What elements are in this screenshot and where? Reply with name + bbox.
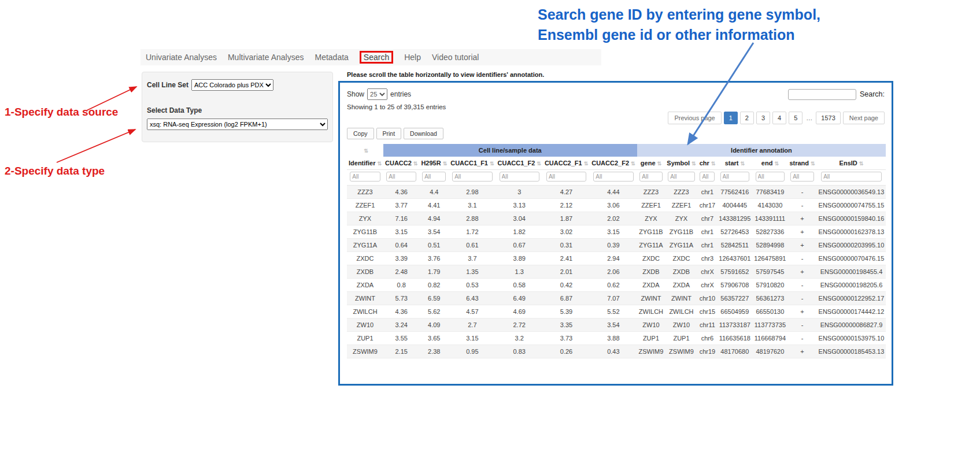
table-cell: ZXDC — [347, 252, 383, 265]
column-header-chr[interactable]: chr⇅ — [698, 157, 718, 170]
cell-line-set-select[interactable]: ACC Colorado plus PDX — [191, 79, 273, 91]
data-type-label: Select Data Type — [147, 106, 328, 114]
column-header-gene[interactable]: gene⇅ — [637, 157, 665, 170]
column-header-cuacc2[interactable]: CUACC2⇅ — [383, 157, 419, 170]
filter-input-symbol[interactable] — [668, 172, 694, 182]
nav-item-univariate-analyses[interactable]: Univariate Analyses — [146, 53, 217, 62]
filter-input-cuacc2-f2[interactable] — [593, 172, 633, 182]
table-search-input[interactable] — [788, 89, 856, 100]
nav-item-video-tutorial[interactable]: Video tutorial — [432, 53, 479, 62]
column-header-h295r[interactable]: H295R⇅ — [419, 157, 449, 170]
table-cell: 0.31 — [543, 239, 590, 252]
group-header-row: ⇅ Cell line/sample data Identifier annot… — [347, 144, 886, 157]
table-cell: 126437601 — [717, 252, 752, 265]
page-button-4[interactable]: 4 — [772, 112, 786, 124]
table-row[interactable]: ZYG11B3.153.541.721.823.023.15ZYG11BZYG1… — [347, 225, 886, 239]
filter-input-cuacc1-f2[interactable] — [500, 172, 539, 182]
table-row[interactable]: ZUP13.553.653.153.23.733.88ZUP1ZUP1chr61… — [347, 332, 886, 345]
table-cell: 4.4 — [419, 186, 449, 199]
filter-input-start[interactable] — [720, 172, 750, 182]
table-cell: - — [787, 186, 816, 199]
table-row[interactable]: ZWILCH4.365.624.574.695.395.52ZWILCHZWIL… — [347, 305, 886, 319]
nav-item-metadata[interactable]: Metadata — [315, 53, 348, 62]
table-cell: 2.06 — [590, 265, 637, 279]
download-button[interactable]: Download — [404, 128, 443, 139]
table-cell: - — [787, 252, 816, 265]
table-cell: 3.7 — [449, 252, 495, 265]
page-button-2[interactable]: 2 — [740, 112, 754, 124]
table-cell: 4.57 — [449, 305, 495, 319]
filter-input-cuacc2-f1[interactable] — [546, 172, 586, 182]
column-label: start — [725, 160, 739, 166]
table-cell: ZWINT — [637, 292, 665, 305]
table-row[interactable]: ZZEF13.774.413.13.132.123.06ZZEF1ZZEF1ch… — [347, 199, 886, 212]
nav-item-search[interactable]: Search — [360, 51, 393, 64]
page-button-1573[interactable]: 1573 — [816, 112, 840, 124]
table-row[interactable]: ZW103.244.092.72.723.353.54ZW10ZW10chr11… — [347, 319, 886, 332]
filter-cell — [419, 170, 449, 186]
table-cell: ENSG00000153975.10 — [817, 332, 886, 345]
column-header-strand[interactable]: strand⇅ — [787, 157, 816, 170]
table-cell: ZZZ3 — [347, 186, 383, 199]
column-header-symbol[interactable]: Symbol⇅ — [665, 157, 697, 170]
column-header-start[interactable]: start⇅ — [717, 157, 752, 170]
copy-button[interactable]: Copy — [347, 128, 374, 139]
column-header-cuacc1-f2[interactable]: CUACC1_F2⇅ — [496, 157, 543, 170]
identifier-group-header[interactable]: ⇅ — [347, 144, 383, 157]
filter-cell — [787, 170, 816, 186]
table-cell: 0.51 — [419, 239, 449, 252]
filter-input-strand[interactable] — [790, 172, 814, 182]
filter-input-identifier[interactable] — [350, 172, 380, 182]
column-header-cuacc2-f2[interactable]: CUACC2_F2⇅ — [590, 157, 637, 170]
previous-page-button[interactable]: Previous page — [668, 112, 721, 124]
table-row[interactable]: ZYG11A0.640.510.610.670.310.39ZYG11AZYG1… — [347, 239, 886, 252]
table-cell: 6.87 — [543, 292, 590, 305]
table-cell: chr19 — [698, 345, 718, 358]
table-cell: 3.73 — [543, 332, 590, 345]
results-table: ⇅ Cell line/sample data Identifier annot… — [347, 144, 886, 358]
filter-input-ensid[interactable] — [821, 172, 882, 182]
table-cell: 52726453 — [717, 225, 752, 239]
table-cell: 5.62 — [419, 305, 449, 319]
page-button-5[interactable]: 5 — [789, 112, 803, 124]
column-header-row: Identifier⇅CUACC2⇅H295R⇅CUACC1_F1⇅CUACC1… — [347, 157, 886, 170]
table-cell: 143391111 — [752, 212, 787, 225]
show-entries-control: Show 25 entries — [347, 88, 411, 100]
nav-item-help[interactable]: Help — [404, 53, 421, 62]
column-label: gene — [641, 160, 656, 166]
column-header-ensid[interactable]: EnsID⇅ — [817, 157, 886, 170]
column-header-identifier[interactable]: Identifier⇅ — [347, 157, 383, 170]
red-arrow-2-icon — [57, 129, 135, 162]
table-row[interactable]: ZYX7.164.942.883.041.872.02ZYXZYXchr7143… — [347, 212, 886, 225]
filter-cell — [383, 170, 419, 186]
page-button-3[interactable]: 3 — [756, 112, 770, 124]
table-cell: 4143030 — [752, 199, 787, 212]
column-header-end[interactable]: end⇅ — [752, 157, 787, 170]
filter-input-h295r[interactable] — [422, 172, 446, 182]
table-row[interactable]: ZXDC3.393.763.73.892.412.94ZXDCZXDCchr31… — [347, 252, 886, 265]
table-cell: 2.01 — [543, 265, 590, 279]
print-button[interactable]: Print — [376, 128, 402, 139]
page-length-select[interactable]: 25 — [367, 88, 387, 100]
sort-icon: ⇅ — [774, 161, 779, 166]
table-cell: - — [787, 279, 816, 292]
table-row[interactable]: ZXDA0.80.820.530.580.420.62ZXDAZXDAchrX5… — [347, 279, 886, 292]
filter-input-cuacc2[interactable] — [386, 172, 416, 182]
table-cell: ZXDA — [637, 279, 665, 292]
filter-input-gene[interactable] — [639, 172, 662, 182]
table-cell: 1.87 — [543, 212, 590, 225]
next-page-button[interactable]: Next page — [843, 112, 885, 124]
filter-input-chr[interactable] — [700, 172, 715, 182]
data-type-select[interactable]: xsq: RNA-seq Expression (log2 FPKM+1) — [147, 119, 328, 130]
column-header-cuacc1-f1[interactable]: CUACC1_F1⇅ — [449, 157, 495, 170]
table-row[interactable]: ZWINT5.736.596.436.496.877.07ZWINTZWINTc… — [347, 292, 886, 305]
filter-input-cuacc1-f1[interactable] — [452, 172, 492, 182]
nav-item-multivariate-analyses[interactable]: Multivariate Analyses — [228, 53, 304, 62]
table-row[interactable]: ZXDB2.481.791.351.32.012.06ZXDBZXDBchrX5… — [347, 265, 886, 279]
table-cell: 7.16 — [383, 212, 419, 225]
table-row[interactable]: ZZZ34.364.42.9834.274.44ZZZ3ZZZ3chr17756… — [347, 186, 886, 199]
table-row[interactable]: ZSWIM92.152.380.950.830.260.43ZSWIM9ZSWI… — [347, 345, 886, 358]
column-header-cuacc2-f1[interactable]: CUACC2_F1⇅ — [543, 157, 590, 170]
filter-input-end[interactable] — [756, 172, 785, 182]
page-button-1[interactable]: 1 — [724, 112, 738, 124]
